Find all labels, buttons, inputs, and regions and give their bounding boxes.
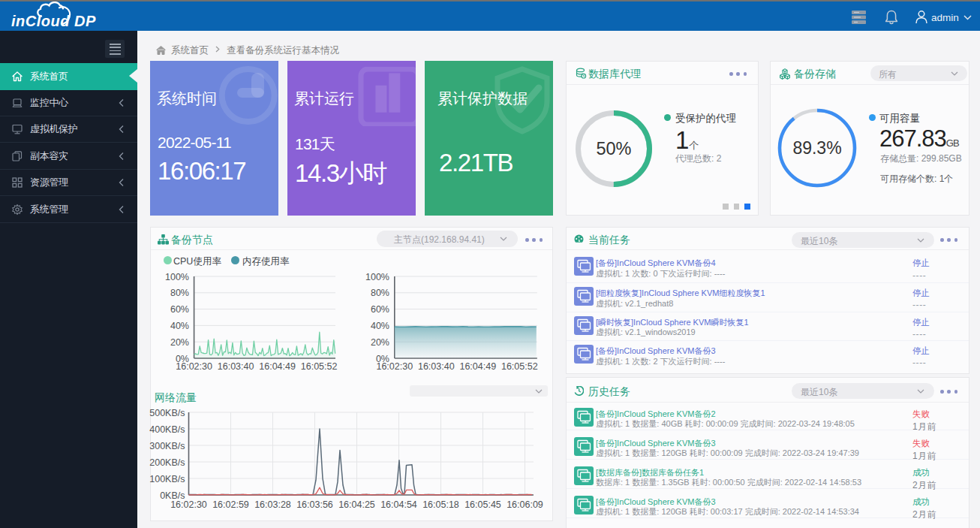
svg-text:80%: 80%: [371, 288, 389, 298]
svg-text:200KB/s: 200KB/s: [149, 457, 185, 468]
svg-text:16:03:40: 16:03:40: [418, 361, 455, 372]
svg-text:20%: 20%: [371, 337, 389, 348]
svg-text:80%: 80%: [170, 288, 189, 298]
svg-text:16:04:25: 16:04:25: [338, 499, 375, 510]
svg-text:16:02:30: 16:02:30: [176, 361, 212, 372]
svg-text:16:04:49: 16:04:49: [459, 361, 496, 372]
svg-text:16:02:30: 16:02:30: [376, 361, 413, 372]
svg-text:16:05:52: 16:05:52: [501, 361, 538, 372]
svg-text:500KB/s: 500KB/s: [149, 408, 185, 418]
svg-text:16:02:30: 16:02:30: [170, 499, 207, 510]
svg-text:16:02:59: 16:02:59: [212, 499, 249, 510]
svg-text:16:05:18: 16:05:18: [422, 499, 459, 510]
svg-text:100KB/s: 100KB/s: [149, 474, 185, 484]
svg-text:50%: 50%: [596, 139, 631, 158]
svg-text:16:04:54: 16:04:54: [380, 499, 417, 510]
svg-text:16:05:52: 16:05:52: [301, 361, 338, 372]
svg-text:100%: 100%: [365, 272, 389, 282]
svg-text:60%: 60%: [371, 304, 389, 315]
svg-text:60%: 60%: [170, 304, 189, 315]
svg-text:16:04:49: 16:04:49: [259, 361, 296, 372]
svg-text:16:03:28: 16:03:28: [254, 499, 291, 510]
svg-text:89.3%: 89.3%: [792, 138, 841, 158]
svg-text:20%: 20%: [170, 337, 189, 348]
svg-text:16:06:09: 16:06:09: [507, 499, 543, 510]
svg-text:40%: 40%: [371, 321, 389, 331]
svg-text:16:03:56: 16:03:56: [296, 499, 333, 510]
svg-text:16:05:45: 16:05:45: [464, 499, 501, 510]
svg-text:40%: 40%: [170, 321, 189, 331]
svg-text:100%: 100%: [165, 272, 189, 282]
svg-text:300KB/s: 300KB/s: [149, 441, 185, 451]
svg-text:400KB/s: 400KB/s: [149, 424, 185, 435]
svg-text:16:03:40: 16:03:40: [218, 361, 254, 372]
